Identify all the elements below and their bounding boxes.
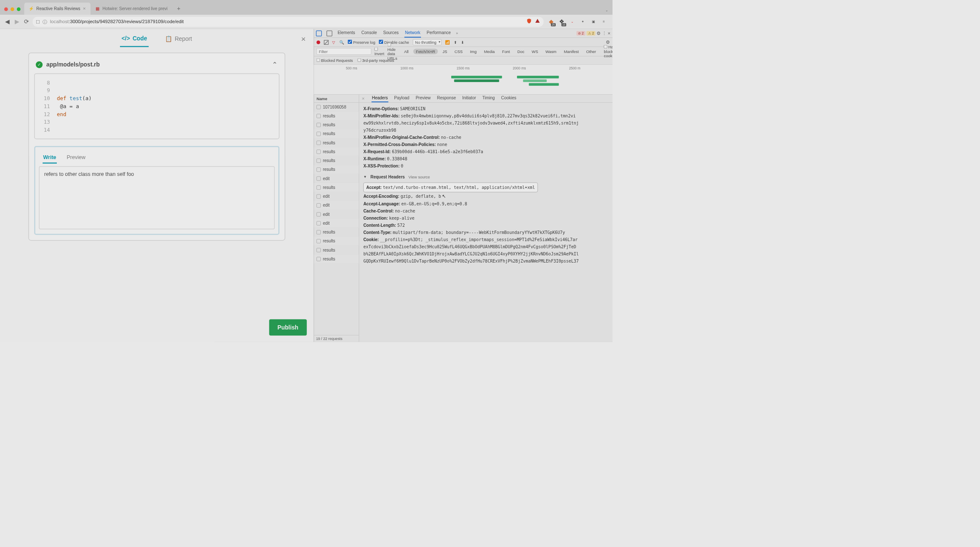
invert-checkbox[interactable]: Invert — [374, 47, 384, 56]
request-row[interactable]: results — [314, 120, 359, 129]
filter-chip-js[interactable]: JS — [440, 49, 450, 54]
filter-chip-media[interactable]: Media — [481, 49, 497, 54]
filter-chip-all[interactable]: All — [402, 49, 411, 54]
request-row[interactable]: results — [314, 147, 359, 156]
detail-tab-payload[interactable]: Payload — [394, 95, 410, 102]
close-detail-icon[interactable]: × — [362, 96, 365, 101]
filter-toggle-icon[interactable]: ▽ — [332, 40, 336, 45]
blocked-requests-checkbox[interactable]: Blocked Requests — [317, 58, 353, 63]
filter-chip-wasm[interactable]: Wasm — [543, 49, 559, 54]
bookmark-icon[interactable]: ☐ — [36, 19, 40, 25]
close-panel-button[interactable]: × — [301, 35, 306, 44]
more-tabs-icon[interactable]: » — [456, 31, 458, 35]
third-party-checkbox[interactable]: 3rd-party requests — [357, 58, 394, 63]
filter-chip-ws[interactable]: WS — [529, 49, 541, 54]
new-tab-button[interactable]: + — [172, 5, 185, 15]
detail-tab-headers[interactable]: Headers — [371, 95, 388, 102]
device-toolbar-icon[interactable] — [327, 30, 333, 36]
request-row[interactable]: edit — [314, 192, 359, 201]
ext-icon[interactable]: ❖16 — [558, 18, 565, 25]
window-close-button[interactable] — [4, 8, 8, 11]
comment-tab-write[interactable]: Write — [43, 152, 57, 164]
filter-chip-manifest[interactable]: Manifest — [561, 49, 581, 54]
search-icon[interactable]: 🔍 — [339, 40, 344, 45]
detail-tab-cookies[interactable]: Cookies — [501, 95, 517, 102]
clear-button[interactable] — [324, 40, 328, 45]
extensions-icon[interactable]: ✦ — [579, 18, 586, 25]
request-row[interactable]: edit — [314, 174, 359, 183]
url-input[interactable]: ☐ ⓘ localhost:3000/projects/949282703/re… — [33, 17, 544, 27]
filter-chip-fetchxhr[interactable]: Fetch/XHR — [413, 49, 438, 54]
reload-button[interactable]: ⟳ — [21, 17, 31, 27]
browser-tab[interactable]: ▦ Hotwire: Server-rendered live previ — [91, 3, 173, 15]
request-row[interactable]: 1071696058 — [314, 103, 359, 112]
view-source-link[interactable]: View source — [408, 173, 430, 180]
tab-overflow-icon[interactable]: ⌄ — [601, 8, 612, 15]
publish-button[interactable]: Publish — [269, 319, 307, 336]
file-path: app/models/post.rb — [46, 61, 269, 68]
detail-tab-initiator[interactable]: Initiator — [462, 95, 477, 102]
comment-textarea[interactable] — [39, 166, 275, 229]
request-row[interactable]: results — [314, 228, 359, 236]
filter-chip-css[interactable]: CSS — [452, 49, 465, 54]
back-button[interactable]: ◀ — [3, 17, 12, 27]
request-row[interactable]: results — [314, 130, 359, 138]
filter-chip-img[interactable]: Img — [467, 49, 479, 54]
disclosure-triangle-icon[interactable]: ▼ — [363, 174, 367, 180]
request-type-icon — [317, 221, 321, 225]
filter-chip-font[interactable]: Font — [499, 49, 512, 54]
pocket-icon[interactable]: ⌄ — [569, 18, 575, 25]
request-row[interactable]: results — [314, 138, 359, 147]
comment-tab-preview[interactable]: Preview — [66, 152, 86, 164]
detail-tab-preview[interactable]: Preview — [415, 95, 431, 102]
window-maximize-button[interactable] — [17, 8, 21, 11]
devtools-tab-elements[interactable]: Elements — [337, 29, 356, 38]
brave-rewards-icon[interactable] — [535, 18, 541, 25]
request-row[interactable]: results — [314, 112, 359, 120]
browser-tab-active[interactable]: ⚡ Reactive Rails Reviews × — [24, 3, 91, 15]
import-har-icon[interactable]: ⬆ — [454, 40, 457, 45]
window-minimize-button[interactable] — [11, 8, 14, 11]
network-settings-icon[interactable]: ⚙ — [606, 39, 610, 45]
tab-code[interactable]: </> Code — [120, 31, 149, 47]
request-row[interactable]: edit — [314, 219, 359, 228]
request-row[interactable]: results — [314, 156, 359, 165]
request-row[interactable]: results — [314, 165, 359, 174]
request-row[interactable]: results — [314, 246, 359, 255]
forward-button[interactable]: ▶ — [12, 17, 22, 27]
devtools-tab-sources[interactable]: Sources — [383, 29, 399, 38]
request-row[interactable]: results — [314, 237, 359, 246]
detail-tab-response[interactable]: Response — [437, 95, 457, 102]
devtools-tab-console[interactable]: Console — [361, 29, 377, 38]
tab-close-icon[interactable]: × — [83, 6, 86, 11]
network-conditions-icon[interactable]: 📶 — [445, 40, 450, 45]
request-row[interactable]: results — [314, 183, 359, 192]
menu-icon[interactable]: ≡ — [600, 18, 607, 25]
ext-icon[interactable]: ◆26 — [548, 18, 554, 25]
reader-icon[interactable]: ▣ — [590, 18, 597, 25]
request-row[interactable]: edit — [314, 210, 359, 219]
waterfall-overview[interactable]: 500 ms1000 ms1500 ms2000 ms2500 m — [314, 65, 612, 95]
devtools-settings-icon[interactable]: ⚙ — [597, 30, 601, 36]
detail-tab-timing[interactable]: Timing — [482, 95, 495, 102]
warning-badge[interactable]: ⚠ 2 — [586, 31, 596, 36]
filter-chip-other[interactable]: Other — [583, 49, 599, 54]
devtools-close-icon[interactable]: × — [607, 31, 610, 36]
request-row[interactable]: edit — [314, 201, 359, 210]
throttling-select[interactable]: No throttling — [413, 39, 441, 45]
brave-shield-icon[interactable] — [526, 18, 532, 25]
devtools-tab-network[interactable]: Network — [405, 29, 421, 38]
record-button[interactable] — [317, 40, 320, 44]
site-info-icon[interactable]: ⓘ — [43, 19, 47, 25]
devtools-tab-performance[interactable]: Performance — [426, 29, 451, 38]
inspect-element-icon[interactable] — [316, 30, 322, 36]
chevron-up-icon[interactable]: ⌃ — [272, 61, 278, 69]
filter-input[interactable] — [317, 48, 371, 55]
error-badge[interactable]: ⊘ 2 — [576, 31, 585, 36]
filter-chip-doc[interactable]: Doc — [515, 49, 527, 54]
preserve-log-checkbox[interactable]: Preserve log — [348, 40, 375, 45]
devtools-more-icon[interactable]: ⋮ — [602, 30, 607, 36]
request-row[interactable]: results — [314, 255, 359, 263]
export-har-icon[interactable]: ⬇ — [461, 40, 464, 45]
tab-report[interactable]: 📋 Report — [163, 31, 194, 46]
